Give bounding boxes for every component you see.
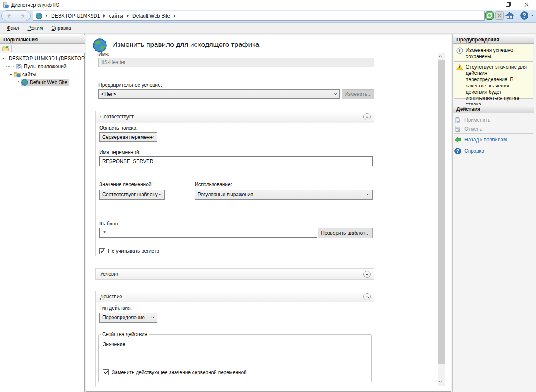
- actions-header: Действия: [453, 105, 534, 113]
- tree-item-label: сайты: [22, 72, 36, 77]
- tree-item-app-pools[interactable]: Пулы приложений: [0, 62, 85, 70]
- breadcrumb-server[interactable]: DESKTOP-U1MK9D1: [51, 12, 100, 20]
- pattern-label: Шаблон:: [99, 221, 119, 227]
- pattern-input[interactable]: [99, 228, 317, 238]
- home-icon[interactable]: [505, 11, 514, 20]
- expand-icon[interactable]: [15, 80, 21, 85]
- collapse-icon[interactable]: [9, 72, 14, 77]
- chevron-down-icon: [334, 92, 337, 95]
- menu-file[interactable]: Файл: [3, 23, 23, 33]
- help-link[interactable]: Справка: [454, 147, 484, 155]
- close-icon: [524, 3, 529, 7]
- chevron-down-icon: [151, 315, 154, 318]
- replace-label: Заменить действующее значение серверной …: [112, 369, 247, 375]
- scroll-up-button[interactable]: [438, 53, 445, 60]
- selected-tree-item[interactable]: Default Web Site: [21, 79, 69, 86]
- scope-select[interactable]: Серверная переменн: [99, 132, 157, 142]
- main-content: Изменить правило для исходящего трафика …: [86, 35, 451, 392]
- back-icon[interactable]: [6, 13, 12, 19]
- help-dropdown-icon[interactable]: [531, 15, 533, 16]
- warning-alert: Отсутствует значение для действия переоп…: [454, 61, 533, 99]
- menu-help[interactable]: Справка: [47, 23, 75, 33]
- breadcrumb-sites[interactable]: сайты: [108, 12, 124, 20]
- minimize-button[interactable]: [479, 0, 498, 10]
- info-alert-text: Изменения успешно сохранены.: [466, 47, 531, 58]
- conditions-section: Условия: [95, 268, 374, 280]
- action-type-select[interactable]: Переопределение: [99, 313, 157, 323]
- collapse-icon[interactable]: [2, 56, 7, 61]
- variable-value-label: Значение переменной:: [99, 182, 153, 187]
- tree-item-default-web-site[interactable]: Default Web Site: [0, 78, 85, 86]
- connections-tree: DESKTOP-U1MK9D1 (DESKTOP Пулы приложений…: [0, 54, 85, 86]
- breadcrumb-arrow-icon: [103, 14, 105, 18]
- vertical-scrollbar[interactable]: [438, 53, 445, 386]
- sites-folder-icon: [14, 71, 21, 78]
- action-properties-group: Свойства действия Значение: Заменить дей…: [98, 331, 372, 382]
- right-panel: Предупреждения Изменения успешно сохране…: [452, 34, 536, 392]
- back-to-rules-link[interactable]: Назад к правилам: [454, 136, 507, 144]
- app-icon: [2, 2, 9, 8]
- help-icon: [454, 148, 461, 154]
- tree-item-label: Default Web Site: [30, 79, 67, 85]
- match-section-header[interactable]: Соответствует: [96, 111, 374, 123]
- separator: [454, 133, 533, 134]
- forward-icon[interactable]: [20, 13, 26, 19]
- collapse-section-button[interactable]: [363, 293, 371, 300]
- action-section: Действие Тип действия: Переопределение С…: [95, 291, 374, 387]
- site-globe-icon: [21, 79, 28, 86]
- menu-view[interactable]: Режим: [23, 23, 47, 33]
- variable-value-select[interactable]: Соответствует шаблону: [99, 190, 165, 200]
- help-icon[interactable]: [520, 11, 528, 20]
- action-type-value: Переопределение: [102, 315, 145, 320]
- chevron-down-icon: [151, 135, 154, 138]
- ignore-case-label: Не учитывать регистр: [108, 248, 159, 254]
- value-input[interactable]: [103, 349, 365, 359]
- separator: [11, 45, 12, 52]
- expand-section-button[interactable]: [363, 271, 371, 278]
- tree-item-label: DESKTOP-U1MK9D1 (DESKTOP: [9, 56, 85, 61]
- cancel-icon: [454, 126, 461, 132]
- using-select[interactable]: Регулярные выражения: [195, 190, 373, 200]
- stop-icon[interactable]: [495, 11, 504, 20]
- breadcrumb[interactable]: DESKTOP-U1MK9D1 сайты Default Web Site: [33, 11, 485, 21]
- chevron-down-icon: [159, 192, 162, 195]
- tree-item-server[interactable]: DESKTOP-U1MK9D1 (DESKTOP: [0, 54, 85, 62]
- warning-alert-text: Отсутствует значение для действия переоп…: [466, 64, 531, 96]
- save-connection-icon[interactable]: [2, 45, 9, 52]
- action-properties-legend: Свойства действия: [100, 331, 149, 337]
- tree-item-label: Пулы приложений: [24, 64, 67, 69]
- precondition-select[interactable]: <Нет>: [98, 89, 340, 99]
- conditions-section-header[interactable]: Условия: [96, 269, 374, 279]
- window-title: Диспетчер служб IIS: [11, 2, 59, 8]
- page-globe-icon: [93, 38, 107, 52]
- using-value: Регулярные выражения: [198, 192, 253, 197]
- check-icon: [103, 370, 108, 375]
- close-button[interactable]: [517, 0, 536, 10]
- tree-item-sites[interactable]: сайты: [0, 70, 85, 78]
- minimize-icon: [487, 5, 491, 5]
- scroll-down-button[interactable]: [438, 379, 445, 386]
- using-label: Использование:: [195, 182, 232, 187]
- warning-icon: [456, 64, 463, 71]
- apply-icon: [454, 117, 461, 123]
- warnings-header: Предупреждения: [453, 35, 534, 44]
- address-bar: DESKTOP-U1MK9D1 сайты Default Web Site: [0, 10, 536, 23]
- title-bar: Диспетчер служб IIS: [0, 0, 536, 10]
- separator: [517, 12, 517, 19]
- replace-checkbox[interactable]: [103, 369, 109, 375]
- test-pattern-button[interactable]: Проверить шаблон...: [318, 228, 373, 238]
- scrollbar-thumb[interactable]: [438, 60, 445, 364]
- iis-manager-window: Диспетчер служб IIS DESKTOP-U1MK9D1 сайт…: [0, 0, 536, 392]
- refresh-icon[interactable]: [485, 11, 494, 20]
- scope-value: Серверная переменн: [102, 134, 152, 140]
- restore-button[interactable]: [498, 0, 517, 10]
- match-section: Соответствует Область поиска: Серверная …: [95, 111, 374, 256]
- action-section-header[interactable]: Действие: [96, 291, 374, 302]
- collapse-section-button[interactable]: [363, 113, 371, 120]
- app-pools-icon: [15, 63, 22, 70]
- breadcrumb-arrow-icon: [46, 14, 47, 18]
- breadcrumb-arrow-icon: [127, 14, 129, 18]
- breadcrumb-site[interactable]: Default Web Site: [132, 12, 170, 20]
- variable-name-input[interactable]: [99, 156, 373, 166]
- ignore-case-checkbox[interactable]: [99, 248, 105, 254]
